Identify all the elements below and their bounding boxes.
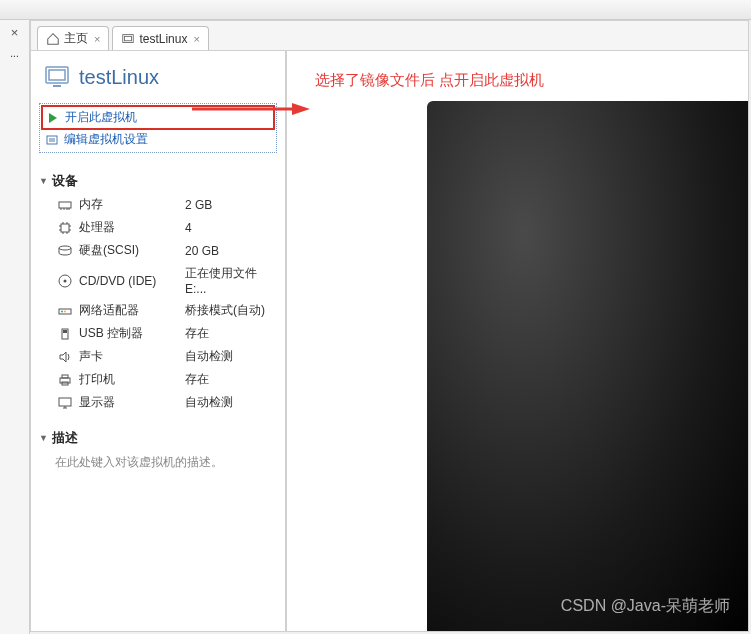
vm-large-icon — [43, 63, 71, 91]
tab-vm[interactable]: testLinux × — [112, 26, 208, 50]
device-value: 存在 — [185, 371, 209, 388]
vm-actions: 开启此虚拟机 编辑虚拟机设置 — [39, 103, 277, 153]
display-icon — [57, 395, 73, 411]
device-value: 存在 — [185, 325, 209, 342]
home-icon — [46, 32, 60, 46]
usb-icon — [57, 326, 73, 342]
left-strip: × ... — [0, 20, 30, 634]
printer-icon — [57, 372, 73, 388]
device-row-hdd[interactable]: 硬盘(SCSI) 20 GB — [39, 239, 277, 262]
settings-icon — [46, 134, 58, 146]
power-on-label: 开启此虚拟机 — [65, 109, 137, 126]
device-value: 2 GB — [185, 198, 212, 212]
device-row-memory[interactable]: 内存 2 GB — [39, 193, 277, 216]
vm-title: testLinux — [79, 66, 159, 89]
device-label: 处理器 — [79, 219, 179, 236]
device-value: 20 GB — [185, 244, 219, 258]
tab-close-icon[interactable]: × — [193, 33, 199, 45]
tab-bar: 主页 × testLinux × — [31, 21, 748, 51]
description-section: ▼ 描述 在此处键入对该虚拟机的描述。 — [39, 426, 277, 471]
cd-icon — [57, 273, 73, 289]
panel-dots: ... — [2, 48, 27, 59]
device-value: 自动检测 — [185, 394, 233, 411]
svg-point-10 — [64, 279, 67, 282]
svg-rect-15 — [63, 330, 67, 333]
svg-point-8 — [59, 246, 71, 250]
hdd-icon — [57, 243, 73, 259]
power-on-button[interactable]: 开启此虚拟机 — [41, 105, 275, 130]
device-row-cd[interactable]: CD/DVD (IDE) 正在使用文件 E:... — [39, 262, 277, 299]
svg-rect-5 — [47, 136, 57, 144]
device-label: 硬盘(SCSI) — [79, 242, 179, 259]
description-header[interactable]: ▼ 描述 — [39, 426, 277, 450]
device-value: 4 — [185, 221, 192, 235]
play-icon — [47, 112, 59, 124]
devices-section: ▼ 设备 内存 2 GB 处理器 4 — [39, 169, 277, 414]
device-value: 自动检测 — [185, 348, 233, 365]
edit-settings-button[interactable]: 编辑虚拟机设置 — [42, 129, 274, 150]
svg-rect-6 — [59, 202, 71, 208]
collapse-icon: ▼ — [39, 433, 48, 443]
device-label: 打印机 — [79, 371, 179, 388]
svg-rect-19 — [59, 398, 71, 406]
vm-screen-preview[interactable]: CSDN @Java-呆萌老师 — [427, 101, 748, 631]
device-label: CD/DVD (IDE) — [79, 274, 179, 288]
svg-point-13 — [64, 310, 66, 312]
device-row-sound[interactable]: 声卡 自动检测 — [39, 345, 277, 368]
devices-header[interactable]: ▼ 设备 — [39, 169, 277, 193]
device-row-display[interactable]: 显示器 自动检测 — [39, 391, 277, 414]
devices-title: 设备 — [52, 172, 78, 190]
tab-home[interactable]: 主页 × — [37, 26, 109, 50]
device-value: 正在使用文件 E:... — [185, 265, 277, 296]
svg-rect-3 — [49, 70, 65, 80]
tab-label: 主页 — [64, 30, 88, 47]
device-label: 显示器 — [79, 394, 179, 411]
watermark-text: CSDN @Java-呆萌老师 — [561, 596, 730, 617]
annotation-text: 选择了镜像文件后 点开启此虚拟机 — [315, 71, 544, 90]
description-placeholder[interactable]: 在此处键入对该虚拟机的描述。 — [39, 450, 277, 471]
panel-close-button[interactable]: × — [2, 25, 27, 40]
device-row-usb[interactable]: USB 控制器 存在 — [39, 322, 277, 345]
vm-preview-panel: 选择了镜像文件后 点开启此虚拟机 CSDN @Java-呆萌老师 — [287, 51, 748, 631]
cpu-icon — [57, 220, 73, 236]
description-title: 描述 — [52, 429, 78, 447]
device-list: 内存 2 GB 处理器 4 硬盘(SCSI) 20 GB — [39, 193, 277, 414]
svg-rect-7 — [61, 224, 69, 232]
vm-icon — [121, 32, 135, 46]
memory-icon — [57, 197, 73, 213]
svg-rect-4 — [53, 85, 61, 87]
tab-label: testLinux — [139, 32, 187, 46]
svg-rect-17 — [62, 375, 68, 378]
sound-icon — [57, 349, 73, 365]
device-row-network[interactable]: 网络适配器 桥接模式(自动) — [39, 299, 277, 322]
device-label: 内存 — [79, 196, 179, 213]
svg-rect-1 — [125, 36, 132, 40]
device-label: 声卡 — [79, 348, 179, 365]
device-label: 网络适配器 — [79, 302, 179, 319]
device-value: 桥接模式(自动) — [185, 302, 265, 319]
network-icon — [57, 303, 73, 319]
device-row-cpu[interactable]: 处理器 4 — [39, 216, 277, 239]
device-row-printer[interactable]: 打印机 存在 — [39, 368, 277, 391]
edit-settings-label: 编辑虚拟机设置 — [64, 131, 148, 148]
vm-summary-panel: testLinux 开启此虚拟机 编辑虚拟机设置 — [31, 51, 287, 631]
device-label: USB 控制器 — [79, 325, 179, 342]
top-toolbar — [0, 0, 751, 20]
svg-point-12 — [61, 310, 63, 312]
tab-close-icon[interactable]: × — [94, 33, 100, 45]
collapse-icon: ▼ — [39, 176, 48, 186]
